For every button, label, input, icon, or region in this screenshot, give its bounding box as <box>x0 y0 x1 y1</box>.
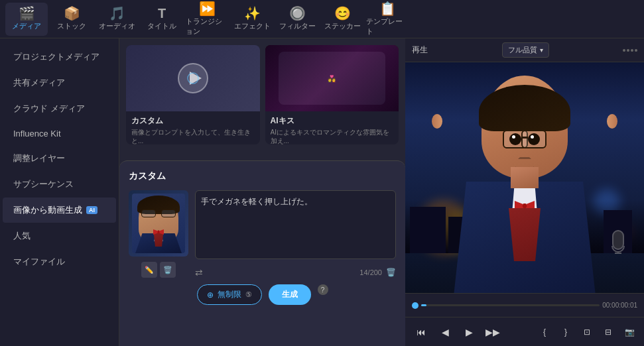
help-icon[interactable]: ? <box>318 284 328 295</box>
sidebar-item-adjustment-layer[interactable]: 調整レイヤー <box>3 146 116 171</box>
unlimited-label: 無制限 <box>218 289 241 300</box>
timeline-track[interactable] <box>421 304 600 306</box>
filter-icon: 🔘 <box>289 7 306 20</box>
card-custom-image <box>126 45 260 111</box>
chevron-down-icon: ▾ <box>540 46 543 54</box>
card-kiss-desc: AIによるキスでロマンティクな雰囲気を加え... <box>271 128 394 144</box>
clip-button[interactable]: ⊡ <box>579 324 595 340</box>
card-custom-title: カスタム <box>131 115 255 127</box>
toolbar-media-label: メディア <box>12 21 41 31</box>
template-icon: 📋 <box>379 2 396 15</box>
thumb-bg <box>132 194 185 253</box>
toolbar-filter[interactable]: 🔘 フィルター <box>276 3 318 36</box>
boy-right-eye <box>528 133 540 145</box>
main-area: プロジェクトメディア 共有メディア クラウド メディア Influence Ki… <box>0 38 644 346</box>
toolbar-sticker-label: ステッカー <box>324 21 361 31</box>
popup-counter-area: 14/200 🗑️ <box>359 268 396 277</box>
toolbar-stock[interactable]: 📦 ストック <box>50 3 93 36</box>
content-area: カスタム 画像とプロンプトを入力して、生き生きと... 作成 > 💑 AIキス <box>119 38 405 346</box>
toolbar-title-label: タイトル <box>147 21 176 31</box>
card-kiss-info: AIキス AIによるキスでロマンティクな雰囲気を加え... 作成 > <box>265 111 399 144</box>
play-forward-button[interactable]: ▶▶ <box>483 323 502 341</box>
toolbar-template[interactable]: 📋 テンプレート <box>366 3 409 36</box>
delete-thumb-button[interactable]: 🗑️ <box>160 262 176 278</box>
boy-neck <box>511 167 539 188</box>
unlimited-button[interactable]: ⊕ 無制限 ⑤ <box>197 284 262 305</box>
timeline-indicator[interactable] <box>412 302 419 309</box>
boy-character <box>438 62 611 293</box>
shuffle-icon[interactable]: ⇄ <box>195 267 203 278</box>
popup-content: ✏️ 🗑️ 手でメガネを軽く押し上げた。 ⇄ 14/200 <box>129 190 396 278</box>
card-ai-kiss[interactable]: 💑 AIキス AIによるキスでロマンティクな雰囲気を加え... 作成 > <box>265 45 399 144</box>
popup-footer: ⇄ 14/200 🗑️ <box>195 267 396 278</box>
boy-nose <box>518 148 531 159</box>
clear-icon[interactable]: 🗑️ <box>386 268 396 277</box>
transition-icon: ⏩ <box>199 2 216 15</box>
sidebar-item-influence-kit[interactable]: Influence Kit <box>3 122 116 145</box>
toolbar-media[interactable]: 🎬 メディア <box>5 3 48 36</box>
playback-controls: ⏮ ◀ ▶ ▶▶ <box>412 323 502 341</box>
timeline-time: 00:00:00:01 <box>602 302 637 309</box>
sidebar-item-cloud-media[interactable]: クラウド メディア <box>3 96 116 121</box>
preview-panel: 再生 フル品質 ▾ <box>405 38 644 346</box>
preview-dots <box>623 49 637 52</box>
toolbar-audio-label: オーディオ <box>99 21 135 31</box>
generate-label: 生成 <box>282 290 298 299</box>
quality-label: フル品質 <box>508 45 537 55</box>
card-custom-info: カスタム 画像とプロンプトを入力して、生き生きと... 作成 > <box>126 111 260 144</box>
dot-1 <box>623 49 625 52</box>
sidebar-item-subsequence[interactable]: サブシーケンス <box>3 172 116 197</box>
toolbar-transition[interactable]: ⏩ トランジション <box>186 3 228 36</box>
sidebar-item-popular[interactable]: 人気 <box>3 223 116 249</box>
popup-action-buttons: ⊕ 無制限 ⑤ 生成 ? <box>129 284 396 305</box>
audio-icon: 🎵 <box>109 7 125 20</box>
sidebar-item-shared-media[interactable]: 共有メディア <box>3 70 116 95</box>
quality-selector[interactable]: フル品質 ▾ <box>502 42 549 58</box>
eye-shine-right <box>531 135 534 139</box>
boy-left-ear <box>432 114 442 129</box>
play-button[interactable]: ▶ <box>460 323 478 341</box>
popup-title: カスタム <box>129 170 396 182</box>
toolbar-template-label: テンプレート <box>366 17 409 36</box>
card-kiss-image: 💑 <box>265 45 399 111</box>
go-start-button[interactable]: ⏮ <box>412 323 430 341</box>
popup-right: 手でメガネを軽く押し上げた。 ⇄ 14/200 🗑️ <box>195 190 396 278</box>
card-custom-desc: 画像とプロンプトを入力して、生き生きと... <box>131 128 255 144</box>
toolbar-filter-label: フィルター <box>279 21 316 31</box>
toolbar-effect[interactable]: ✨ エフェクト <box>231 3 273 36</box>
generate-button[interactable]: 生成 <box>269 284 311 305</box>
toolbar-title[interactable]: T タイトル <box>141 3 183 36</box>
preview-timeline: 00:00:00:01 <box>405 293 644 317</box>
sidebar-item-project-media[interactable]: プロジェクトメディア <box>3 44 116 70</box>
popup-prompt-text[interactable]: 手でメガネを軽く押し上げた。 <box>195 190 396 259</box>
media-icon: 🎬 <box>19 7 35 20</box>
edit-controls: { } ⊡ ⊟ 📷 <box>537 324 637 340</box>
preview-header: 再生 フル品質 ▾ <box>405 38 644 62</box>
dot-3 <box>631 49 633 52</box>
toolbar-sticker[interactable]: 😊 ステッカー <box>321 3 363 36</box>
stock-icon: 📦 <box>64 7 80 20</box>
popup-counter: 14/200 <box>359 268 382 276</box>
dot-4 <box>635 49 637 52</box>
export-frame-button[interactable]: ⊟ <box>600 324 616 340</box>
preview-image-area <box>405 62 644 293</box>
card-kiss-title: AIキス <box>271 115 394 127</box>
glasses-bridge <box>521 137 528 139</box>
snapshot-button[interactable]: 📷 <box>621 324 637 340</box>
edit-thumb-button[interactable]: ✏️ <box>141 262 157 278</box>
sidebar-item-image-to-video[interactable]: 画像から動画生成 AI <box>3 198 116 223</box>
popup-thumb <box>129 190 188 257</box>
toolbar-audio[interactable]: 🎵 オーディオ <box>96 3 138 36</box>
mark-out-button[interactable]: } <box>558 324 574 340</box>
preview-label: 再生 <box>412 44 428 56</box>
toolbar: 🎬 メディア 📦 ストック 🎵 オーディオ T タイトル ⏩ トランジション ✨… <box>0 0 644 38</box>
popup-thumbnail-area: ✏️ 🗑️ <box>129 190 188 278</box>
toolbar-effect-label: エフェクト <box>234 21 271 31</box>
play-back-button[interactable]: ◀ <box>436 323 454 341</box>
effect-icon: ✨ <box>244 7 261 20</box>
toolbar-transition-label: トランジション <box>186 17 228 36</box>
media-grid: カスタム 画像とプロンプトを入力して、生き生きと... 作成 > 💑 AIキス <box>119 38 405 160</box>
card-custom[interactable]: カスタム 画像とプロンプトを入力して、生き生きと... 作成 > <box>126 45 260 144</box>
sidebar-item-my-files[interactable]: マイファイル <box>3 249 116 274</box>
mark-in-button[interactable]: { <box>537 324 552 340</box>
